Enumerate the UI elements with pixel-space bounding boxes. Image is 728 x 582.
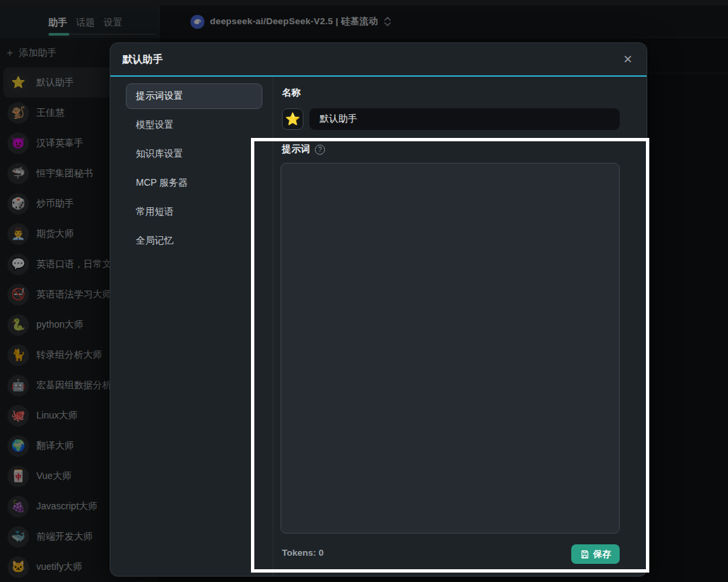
prompt-field-label: 提示词	[282, 143, 310, 155]
menu-item-knowledge-settings[interactable]: 知识库设置	[126, 141, 262, 167]
prompt-label-row: 提示词 ?	[282, 143, 325, 155]
save-button[interactable]: 保存	[571, 544, 620, 564]
close-icon[interactable]: ✕	[620, 51, 636, 67]
menu-item-global-memory[interactable]: 全局记忆	[126, 228, 262, 254]
emoji-picker-button[interactable]: ⭐	[282, 108, 303, 130]
tokens-counter: Tokens: 0	[282, 548, 324, 558]
save-floppy-icon	[580, 550, 589, 559]
menu-item-model-settings[interactable]: 模型设置	[126, 112, 262, 138]
name-field-label: 名称	[282, 87, 301, 99]
menu-item-prompt-settings[interactable]: 提示词设置	[126, 83, 262, 109]
modal-accent-line	[110, 75, 647, 77]
settings-menu: 提示词设置 模型设置 知识库设置 MCP 服务器 常用短语 全局记忆	[126, 83, 262, 254]
help-question-icon[interactable]: ?	[315, 145, 325, 155]
app-window: 助手 话题 设置 deepseek-ai/DeepSeek-V2.5 | 硅基流…	[0, 0, 728, 582]
assistant-name-input[interactable]	[310, 108, 620, 130]
modal-vertical-divider	[272, 77, 273, 576]
save-button-label: 保存	[593, 548, 612, 560]
modal-title: 默认助手	[122, 43, 163, 75]
menu-item-mcp-server[interactable]: MCP 服务器	[126, 170, 262, 196]
prompt-textarea[interactable]	[281, 163, 620, 534]
assistant-settings-modal: 默认助手 ✕ 提示词设置 模型设置 知识库设置 MCP 服务器 常用短语 全局记…	[110, 42, 647, 577]
menu-item-quick-phrases[interactable]: 常用短语	[126, 199, 262, 225]
